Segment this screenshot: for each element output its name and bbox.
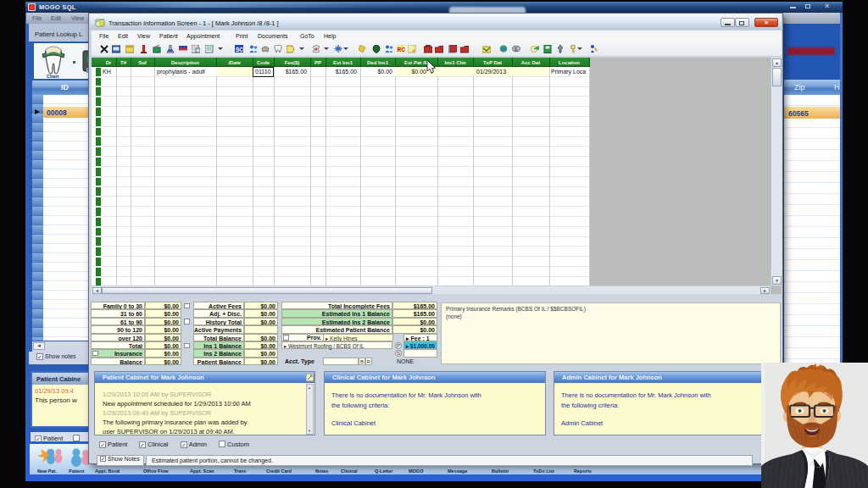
svg-text:SC: SC [236, 47, 243, 53]
svg-text:RC: RC [398, 47, 406, 53]
svg-text:Chart: Chart [47, 74, 59, 79]
